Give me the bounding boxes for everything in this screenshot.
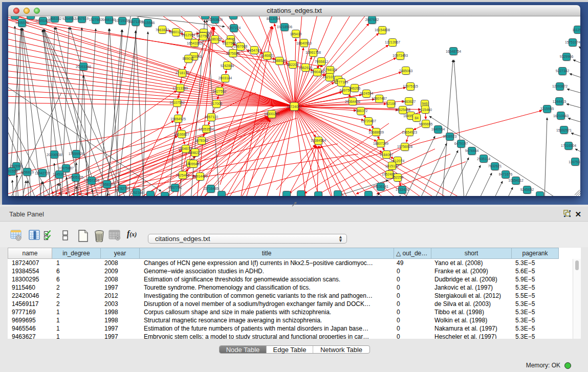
svg-text:14136141: 14136141 bbox=[373, 185, 388, 188]
svg-text:3624554: 3624554 bbox=[360, 92, 374, 95]
svg-text:9146821: 9146821 bbox=[260, 54, 274, 57]
svg-text:10807487: 10807487 bbox=[372, 97, 387, 100]
svg-text:6794028: 6794028 bbox=[323, 68, 337, 72]
svg-text:16543382: 16543382 bbox=[187, 41, 202, 45]
svg-text:9227342: 9227342 bbox=[556, 69, 570, 73]
svg-text:9115460: 9115460 bbox=[419, 108, 432, 112]
svg-text:2087682: 2087682 bbox=[365, 18, 379, 21]
svg-text:16914479: 16914479 bbox=[192, 174, 208, 178]
svg-text:8860124: 8860124 bbox=[169, 30, 183, 34]
svg-text:8990448: 8990448 bbox=[311, 70, 324, 74]
svg-text:19218506: 19218506 bbox=[277, 25, 292, 29]
svg-text:391559: 391559 bbox=[8, 169, 18, 173]
svg-text:746266: 746266 bbox=[349, 86, 361, 90]
svg-text:1615132: 1615132 bbox=[385, 164, 399, 168]
svg-text:16782759: 16782759 bbox=[115, 187, 130, 190]
svg-text:6466160: 6466160 bbox=[102, 18, 116, 21]
svg-text:16053809: 16053809 bbox=[207, 18, 223, 21]
svg-text:10958107: 10958107 bbox=[99, 183, 115, 186]
svg-text:8454749: 8454749 bbox=[248, 49, 262, 52]
svg-text:8186328: 8186328 bbox=[208, 37, 222, 41]
svg-text:3215955: 3215955 bbox=[540, 107, 554, 111]
svg-text:1167533: 1167533 bbox=[569, 160, 580, 164]
svg-text:19384554: 19384554 bbox=[311, 139, 326, 142]
svg-text:252254: 252254 bbox=[392, 176, 404, 179]
svg-text:1057519: 1057519 bbox=[75, 17, 89, 20]
svg-text:16648754: 16648754 bbox=[446, 50, 461, 53]
svg-text:19654923: 19654923 bbox=[402, 130, 417, 134]
svg-text:14099489: 14099489 bbox=[186, 162, 201, 166]
svg-text:1156819: 1156819 bbox=[20, 170, 34, 174]
svg-text:946: 946 bbox=[422, 102, 428, 105]
svg-text:7515546: 7515546 bbox=[141, 21, 155, 25]
svg-text:12093872: 12093872 bbox=[552, 84, 568, 88]
svg-text:10688609: 10688609 bbox=[368, 130, 384, 134]
svg-text:12975115: 12975115 bbox=[403, 84, 418, 88]
svg-text:10654112: 10654112 bbox=[508, 179, 524, 182]
svg-text:17359928: 17359928 bbox=[69, 152, 84, 156]
svg-text:9777169: 9777169 bbox=[335, 80, 349, 84]
svg-text:18807249: 18807249 bbox=[373, 142, 388, 145]
svg-text:6479197: 6479197 bbox=[454, 142, 468, 145]
svg-text:12942737: 12942737 bbox=[35, 171, 50, 175]
svg-text:9329966: 9329966 bbox=[560, 55, 574, 58]
svg-text:1527602: 1527602 bbox=[89, 18, 103, 21]
svg-text:18724007: 18724007 bbox=[287, 105, 302, 108]
svg-text:9699695: 9699695 bbox=[419, 122, 433, 126]
svg-text:19654925: 19654925 bbox=[170, 117, 186, 121]
svg-text:9264552: 9264552 bbox=[62, 17, 76, 20]
svg-text:1065332: 1065332 bbox=[48, 17, 62, 20]
svg-text:7625402: 7625402 bbox=[176, 173, 190, 177]
svg-text:20053346: 20053346 bbox=[76, 65, 91, 69]
svg-text:9463627: 9463627 bbox=[402, 100, 416, 103]
svg-text:1405571: 1405571 bbox=[15, 21, 29, 25]
svg-text:19756928: 19756928 bbox=[397, 145, 412, 148]
svg-text:2718176: 2718176 bbox=[176, 71, 189, 75]
svg-text:1244415: 1244415 bbox=[553, 100, 567, 103]
svg-text:8427552: 8427552 bbox=[213, 90, 227, 93]
svg-text:1145194: 1145194 bbox=[53, 172, 66, 176]
svg-text:9474444: 9474444 bbox=[465, 149, 479, 152]
svg-text:12505135: 12505135 bbox=[68, 176, 83, 179]
svg-text:19166827: 19166827 bbox=[174, 133, 189, 136]
svg-text:84: 84 bbox=[415, 116, 419, 120]
svg-text:10025438: 10025438 bbox=[395, 108, 410, 112]
svg-text:7955812: 7955812 bbox=[315, 60, 329, 63]
svg-text:20206538: 20206538 bbox=[47, 153, 62, 157]
svg-text:15716485: 15716485 bbox=[203, 187, 219, 190]
svg-text:16961758: 16961758 bbox=[306, 51, 321, 54]
svg-text:18300295: 18300295 bbox=[264, 112, 279, 116]
svg-text:111254: 111254 bbox=[572, 28, 580, 32]
svg-text:10107552: 10107552 bbox=[169, 101, 185, 104]
svg-text:9245652: 9245652 bbox=[520, 188, 534, 191]
svg-text:62160: 62160 bbox=[386, 102, 396, 105]
svg-text:217006: 217006 bbox=[211, 102, 223, 105]
svg-text:17016504: 17016504 bbox=[561, 144, 576, 147]
svg-text:7357224: 7357224 bbox=[227, 26, 241, 30]
svg-text:15692971: 15692971 bbox=[556, 128, 572, 132]
svg-text:20364436: 20364436 bbox=[345, 100, 360, 103]
svg-text:9498222: 9498222 bbox=[188, 151, 202, 155]
svg-text:7632621: 7632621 bbox=[488, 164, 502, 168]
svg-text:9857791: 9857791 bbox=[168, 186, 182, 189]
svg-text:16154808: 16154808 bbox=[375, 28, 390, 32]
svg-text:3875685: 3875685 bbox=[226, 52, 240, 55]
svg-text:1292346: 1292346 bbox=[130, 191, 144, 194]
svg-text:18640910: 18640910 bbox=[296, 41, 312, 45]
svg-text:8912954: 8912954 bbox=[182, 33, 195, 37]
svg-text:15751074: 15751074 bbox=[565, 40, 580, 44]
svg-text:17957255: 17957255 bbox=[84, 179, 99, 182]
svg-text:2803144: 2803144 bbox=[219, 76, 232, 80]
svg-text:10973493: 10973493 bbox=[393, 54, 408, 57]
svg-text:1733426: 1733426 bbox=[396, 188, 409, 191]
svg-text:8938923: 8938923 bbox=[443, 135, 457, 138]
svg-text:1640954: 1640954 bbox=[431, 127, 445, 131]
svg-text:9184067: 9184067 bbox=[380, 153, 394, 157]
svg-text:2867608: 2867608 bbox=[234, 45, 248, 48]
svg-text:889017: 889017 bbox=[183, 57, 194, 60]
svg-text:1362615: 1362615 bbox=[299, 66, 313, 70]
svg-text:8471676: 8471676 bbox=[499, 172, 513, 176]
svg-text:7386372: 7386372 bbox=[354, 109, 368, 113]
svg-text:8678342: 8678342 bbox=[195, 139, 209, 142]
svg-text:12353594: 12353594 bbox=[199, 127, 214, 131]
